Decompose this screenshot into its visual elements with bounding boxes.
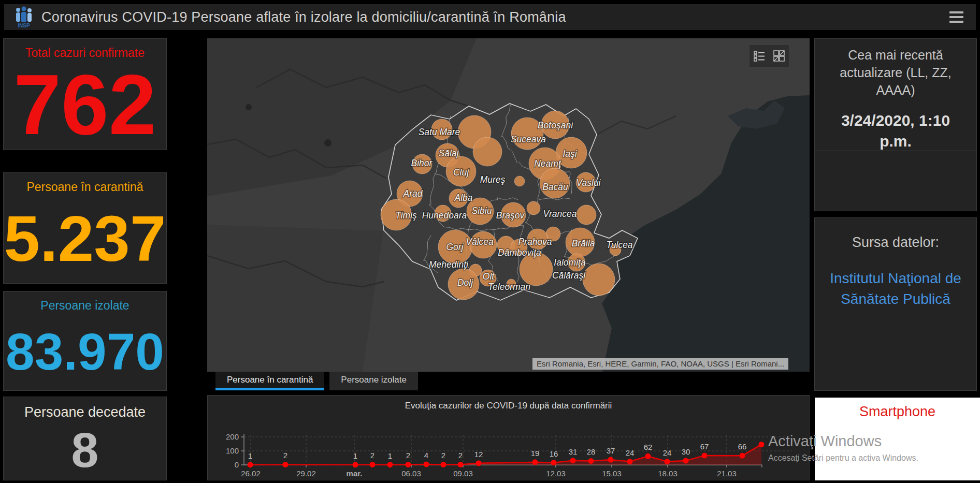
county-label-bihor: Bihor: [411, 158, 433, 168]
chart-point-label: 24: [626, 448, 635, 457]
stat-panel-quarantine: Persoane în carantină 5.237: [3, 172, 167, 284]
county-bubble[interactable]: [527, 201, 540, 215]
tab-persoane-in-carantina[interactable]: Persoane în carantină: [215, 372, 324, 390]
chart-point-label: 37: [607, 446, 615, 455]
county-bubble-mureş[interactable]: [514, 176, 525, 186]
county-label-dâmboviţa: Dâmboviţa: [498, 247, 541, 258]
x-tick-label: 18.03: [658, 469, 678, 478]
chart-point-label: 62: [644, 443, 653, 451]
romania-map[interactable]: Satu MareBotoşaniSuceavaIaşiSălajBihorCl…: [207, 38, 810, 372]
chart-title: Evoluţia cazurilor de COVID-19 după data…: [208, 396, 809, 411]
stat-panel-isolated: Persoane izolate 83.970: [3, 291, 167, 391]
county-label-cluj: Cluj: [453, 167, 469, 178]
stat-label-quarantine: Persoane în carantină: [4, 173, 166, 194]
x-tick-label: 15.03: [602, 469, 622, 478]
evolution-chart-panel: Evoluţia cazurilor de COVID-19 după data…: [207, 395, 810, 480]
chart-point[interactable]: [441, 462, 446, 467]
chart-point[interactable]: [645, 453, 651, 459]
app-header: INSP Coronavirus COVID-19 Persoane aflat…: [4, 4, 976, 30]
chart-point-label: 1: [353, 451, 357, 460]
county-label-arad: Arad: [403, 188, 423, 199]
chart-point[interactable]: [458, 462, 464, 467]
chart-point-label: 2: [283, 451, 287, 460]
stat-value-quarantine: 5.237: [4, 194, 166, 283]
last-update-date: 3/24/2020, 1:10 p.m.: [815, 110, 976, 152]
stat-panel-confirmed: Total cazuri confirmate 762: [3, 38, 167, 150]
tab-persoane-izolate[interactable]: Persoane izolate: [329, 372, 418, 390]
x-tick-label: 21.03: [717, 469, 737, 478]
stat-value-deceased: 8: [4, 420, 166, 480]
chart-point[interactable]: [702, 452, 708, 458]
chart-point[interactable]: [476, 460, 482, 466]
chart-point[interactable]: [588, 458, 594, 464]
chart-point[interactable]: [740, 453, 745, 459]
chart-point-label: 31: [569, 447, 578, 456]
chart-point[interactable]: [608, 457, 614, 463]
county-label-brăila: Brăila: [572, 238, 595, 248]
stat-label-deceased: Persoane decedate: [4, 397, 166, 420]
county-label-vrancea: Vrancea: [543, 209, 577, 219]
chart-point-label: 30: [682, 447, 690, 456]
chart-point-label: 66: [738, 442, 747, 451]
chart-point[interactable]: [283, 462, 289, 467]
basemap-icon[interactable]: [772, 49, 786, 63]
map-attribution: Esri Romania, Esri, HERE, Garmin, FAO, N…: [532, 358, 788, 370]
county-bubble[interactable]: [473, 137, 502, 166]
last-update-panel: Cea mai recentă actualizare (LL, ZZ, AAA…: [814, 38, 977, 211]
chart-point[interactable]: [759, 442, 765, 447]
county-label-mehedinţi: Mehedinţi: [429, 259, 469, 270]
county-label-călăraşi: Călăraşi: [552, 270, 586, 281]
chart-point-label: 12: [474, 450, 483, 459]
county-bubble-călăraşi[interactable]: [583, 264, 615, 296]
chart-point-label: 2: [370, 451, 374, 460]
chart-point[interactable]: [665, 459, 670, 464]
chart-point-label: 2: [406, 451, 410, 460]
chart-point[interactable]: [387, 462, 393, 467]
chart-point-label: 19: [531, 449, 540, 458]
data-source-label: Sursa datelor:: [815, 218, 976, 251]
stat-label-isolated: Persoane izolate: [4, 291, 166, 313]
divider: [815, 151, 976, 151]
smartphone-label: Smartphone: [815, 398, 980, 420]
y-tick-label: 0: [235, 460, 239, 469]
county-label-tulcea: Tulcea: [606, 240, 632, 250]
chart-point-label: 2: [441, 451, 445, 460]
chart-point[interactable]: [627, 459, 633, 464]
insp-logo: INSP: [13, 6, 34, 28]
chart-point[interactable]: [406, 462, 411, 467]
y-tick-label: 100: [226, 446, 239, 455]
legend-icon[interactable]: [753, 49, 766, 63]
map-controls: [750, 45, 789, 67]
chart-point[interactable]: [353, 462, 358, 467]
county-label-dolj: Dolj: [457, 277, 473, 288]
county-label-timiş: Timiş: [395, 210, 417, 221]
county-label-teleorman: Teleorman: [488, 282, 530, 292]
chart-point[interactable]: [532, 459, 538, 465]
county-label-prahova: Prahova: [518, 237, 552, 247]
x-tick-label: 06.03: [401, 469, 421, 478]
county-label-gorj: Gorj: [446, 242, 464, 252]
smartphone-panel: Smartphone: [815, 398, 980, 480]
chart-point[interactable]: [424, 461, 429, 467]
county-bubble-vrancea[interactable]: [577, 205, 596, 225]
chart-point[interactable]: [570, 458, 576, 463]
county-label-bacău: Bacău: [542, 182, 568, 192]
county-label-ialomiţa: Ialomiţa: [554, 257, 586, 268]
county-label-satu mare: Satu Mare: [419, 127, 460, 137]
county-label-botoşani: Botoşani: [538, 120, 573, 130]
county-label-neamţ: Neamţ: [534, 158, 561, 169]
chart-point-label: 16: [550, 449, 558, 458]
chart-point-label: 4: [424, 451, 428, 460]
chart-point[interactable]: [248, 462, 253, 467]
chart-point[interactable]: [683, 458, 689, 463]
county-label-vaslui: Vaslui: [576, 178, 601, 188]
data-source-link[interactable]: Institutul Naţional de Sănătate Publică: [815, 268, 976, 310]
chart-point[interactable]: [370, 462, 376, 467]
page-title: Coronavirus COVID-19 Persoane aflate în …: [41, 9, 566, 25]
x-tick-label: 12.03: [546, 469, 566, 478]
chart-point[interactable]: [551, 460, 557, 465]
stat-value-confirmed: 762: [4, 60, 166, 150]
chart-point-label: 1: [388, 451, 392, 460]
hamburger-menu-icon[interactable]: [946, 8, 967, 26]
svg-text:INSP: INSP: [18, 23, 30, 28]
